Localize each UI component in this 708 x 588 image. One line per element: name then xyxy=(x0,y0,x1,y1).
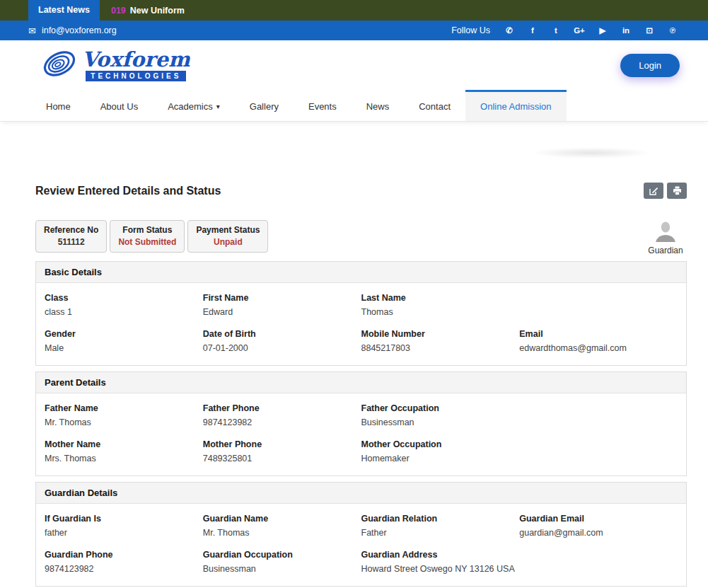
form-status-value: Not Submitted xyxy=(118,237,176,247)
nav-item-about-us[interactable]: About Us xyxy=(86,90,153,121)
reference-no-value: 511112 xyxy=(44,237,98,247)
latest-news-label: Latest News xyxy=(28,0,100,21)
news-title: New Uniform xyxy=(130,6,185,16)
basic-details-section: Basic Details Class class 1 First Name E… xyxy=(35,261,687,366)
field-mother-occupation: Mother Occupation Homemaker xyxy=(361,439,520,463)
nav-item-home[interactable]: Home xyxy=(31,90,86,121)
field-empty xyxy=(519,550,678,574)
parent-details-section: Parent Details Father Name Mr. Thomas Fa… xyxy=(35,371,687,476)
nav-item-academics[interactable]: Academics ▾ xyxy=(153,90,235,121)
payment-status-card: Payment Status Unpaid xyxy=(187,220,268,253)
field-last-name: Last Name Thomas xyxy=(361,293,520,317)
logo-subtitle: TECHNOLOGIES xyxy=(86,71,186,81)
page: Latest News 019 New Uniform ✉ info@voxfo… xyxy=(0,0,708,588)
payment-status-value: Unpaid xyxy=(196,237,260,247)
nav-item-news[interactable]: News xyxy=(352,90,405,121)
field-first-name: First Name Edward xyxy=(203,293,361,317)
reference-no-card: Reference No 511112 xyxy=(35,220,107,253)
reference-no-label: Reference No xyxy=(44,225,98,235)
status-row: Reference No 511112 Form Status Not Subm… xyxy=(35,220,687,255)
logo-title: Voxforem xyxy=(82,49,190,70)
field-guardian-address: Guardian Address Howard Street Oswego NY… xyxy=(361,550,520,574)
twitter-icon[interactable]: t xyxy=(550,25,562,36)
form-status-card: Form Status Not Submitted xyxy=(110,220,185,253)
parent-details-header: Parent Details xyxy=(36,372,686,393)
field-mother-phone: Mother Phone 7489325801 xyxy=(203,439,361,463)
field-gender: Gender Male xyxy=(45,329,203,353)
nav-item-gallery[interactable]: Gallery xyxy=(235,90,294,121)
nav-item-academics-label: Academics xyxy=(168,101,213,112)
edit-icon xyxy=(649,186,658,195)
linkedin-icon[interactable]: in xyxy=(620,25,632,36)
field-if-guardian-is: If Guardian Is father xyxy=(45,514,203,538)
guardian-avatar: Guardian xyxy=(644,220,687,255)
field-mother-name: Mother Name Mrs. Thomas xyxy=(45,439,203,463)
field-father-occupation: Father Occupation Businessman xyxy=(361,403,520,427)
nav-item-events[interactable]: Events xyxy=(294,90,352,121)
basic-details-header: Basic Details xyxy=(36,262,686,283)
nav-item-contact[interactable]: Contact xyxy=(404,90,465,121)
edit-button[interactable] xyxy=(644,183,663,199)
follow-us-label: Follow Us xyxy=(451,25,490,35)
field-guardian-name: Guardian Name Mr. Thomas xyxy=(203,514,361,538)
field-guardian-relation: Guardian Relation Father xyxy=(361,514,520,538)
news-item[interactable]: 019 New Uniform xyxy=(111,6,185,16)
site-header: Voxforem TECHNOLOGIES Login xyxy=(0,40,708,90)
field-empty xyxy=(519,439,678,463)
field-class: Class class 1 xyxy=(45,293,203,317)
main-nav: Home About Us Academics ▾ Gallery Events… xyxy=(0,90,708,122)
pinterest-icon[interactable]: ℗ xyxy=(667,25,678,36)
chevron-down-icon: ▾ xyxy=(216,103,220,110)
envelope-icon: ✉ xyxy=(28,25,36,36)
print-button[interactable] xyxy=(667,183,687,199)
news-badge: 019 xyxy=(111,6,126,16)
news-ticker-bar: Latest News 019 New Uniform xyxy=(0,0,708,21)
field-date-of-birth: Date of Birth 07-01-2000 xyxy=(203,329,361,353)
facebook-icon[interactable]: f xyxy=(527,25,538,36)
field-father-name: Father Name Mr. Thomas xyxy=(45,403,203,427)
field-mobile-number: Mobile Number 8845217803 xyxy=(361,329,520,353)
panel-shadow xyxy=(531,147,651,158)
guardian-details-header: Guardian Details xyxy=(36,483,686,504)
whatsapp-icon[interactable]: ✆ xyxy=(504,25,515,36)
logo-swirl-icon xyxy=(41,48,78,82)
field-email: Email edwardthomas@gmail.com xyxy=(519,329,678,353)
field-guardian-phone: Guardian Phone 9874123982 xyxy=(45,550,203,574)
guardian-details-section: Guardian Details If Guardian Is father G… xyxy=(35,482,687,587)
field-guardian-email: Guardian Email guardian@gmail.com xyxy=(519,514,678,538)
page-title: Review Entered Details and Status xyxy=(35,185,221,197)
printer-icon xyxy=(673,186,682,195)
field-father-phone: Father Phone 9874123982 xyxy=(203,403,361,427)
person-avatar-icon xyxy=(654,220,678,243)
payment-status-label: Payment Status xyxy=(196,225,260,235)
info-bar: ✉ info@voxforem.org Follow Us ✆ f t G+ ▶… xyxy=(0,21,708,40)
form-status-label: Form Status xyxy=(118,225,176,235)
contact-email[interactable]: info@voxforem.org xyxy=(42,25,117,35)
field-empty xyxy=(519,403,678,427)
site-logo[interactable]: Voxforem TECHNOLOGIES xyxy=(41,48,190,82)
google-plus-icon[interactable]: G+ xyxy=(574,25,585,36)
avatar-label: Guardian xyxy=(648,246,683,255)
youtube-icon[interactable]: ▶ xyxy=(597,25,608,36)
review-panel: Review Entered Details and Status xyxy=(35,122,687,588)
instagram-icon[interactable]: ⊡ xyxy=(644,25,655,36)
field-guardian-occupation: Guardian Occupation Businessman xyxy=(203,550,361,574)
nav-item-online-admission[interactable]: Online Admission xyxy=(465,90,566,121)
login-button[interactable]: Login xyxy=(620,54,680,77)
field-empty xyxy=(519,293,678,317)
